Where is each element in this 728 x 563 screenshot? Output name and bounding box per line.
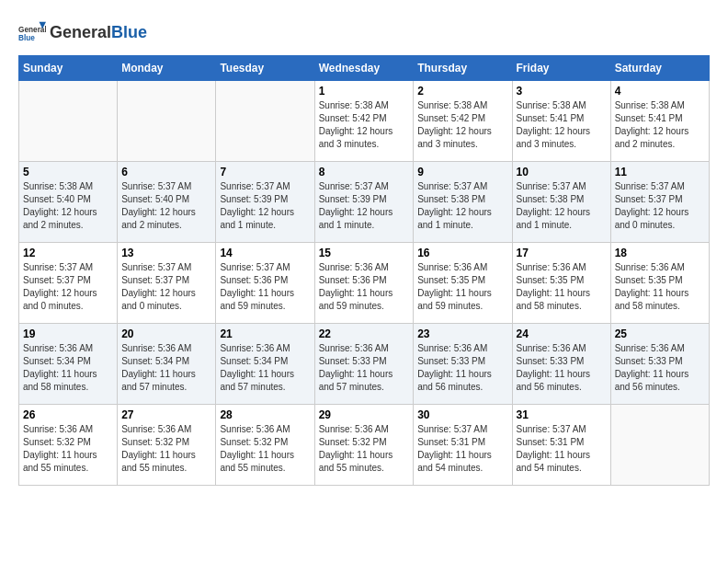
calendar-week-4: 19Sunrise: 5:36 AM Sunset: 5:34 PM Dayli… (19, 324, 710, 405)
calendar-week-3: 12Sunrise: 5:37 AM Sunset: 5:37 PM Dayli… (19, 243, 710, 324)
logo: General Blue GeneralBlue (18, 18, 147, 46)
day-number: 16 (417, 247, 507, 259)
day-number: 3 (517, 85, 607, 98)
svg-text:Blue: Blue (18, 34, 35, 42)
calendar-cell: 26Sunrise: 5:36 AM Sunset: 5:32 PM Dayli… (19, 405, 118, 486)
day-number: 23 (417, 327, 507, 340)
day-info: Sunrise: 5:37 AM Sunset: 5:37 PM Dayligh… (615, 180, 705, 232)
weekday-header-wednesday: Wednesday (314, 56, 414, 81)
day-number: 13 (121, 247, 211, 259)
day-info: Sunrise: 5:36 AM Sunset: 5:33 PM Dayligh… (615, 342, 705, 394)
day-number: 2 (417, 85, 507, 98)
calendar-cell (216, 81, 314, 162)
day-info: Sunrise: 5:38 AM Sunset: 5:42 PM Dayligh… (417, 99, 507, 151)
weekday-header-monday: Monday (118, 56, 216, 81)
day-number: 29 (319, 408, 410, 421)
calendar-header-row: SundayMondayTuesdayWednesdayThursdayFrid… (19, 56, 710, 81)
day-number: 1 (319, 85, 410, 98)
day-info: Sunrise: 5:36 AM Sunset: 5:35 PM Dayligh… (517, 261, 607, 313)
calendar-cell: 11Sunrise: 5:37 AM Sunset: 5:37 PM Dayli… (610, 162, 709, 243)
day-number: 8 (319, 166, 410, 178)
day-number: 18 (615, 247, 705, 259)
day-number: 10 (517, 166, 607, 178)
day-number: 30 (417, 408, 507, 421)
day-number: 31 (517, 408, 607, 421)
weekday-header-friday: Friday (512, 56, 610, 81)
day-number: 14 (220, 247, 310, 259)
page-header: General Blue GeneralBlue (18, 18, 710, 46)
calendar-cell (19, 81, 118, 162)
day-number: 27 (121, 408, 211, 421)
calendar-cell: 15Sunrise: 5:36 AM Sunset: 5:36 PM Dayli… (314, 243, 414, 324)
day-number: 22 (319, 327, 410, 340)
day-number: 4 (615, 85, 705, 98)
calendar-cell: 17Sunrise: 5:36 AM Sunset: 5:35 PM Dayli… (512, 243, 610, 324)
calendar-cell: 1Sunrise: 5:38 AM Sunset: 5:42 PM Daylig… (314, 81, 414, 162)
calendar-cell: 8Sunrise: 5:37 AM Sunset: 5:39 PM Daylig… (314, 162, 414, 243)
day-info: Sunrise: 5:36 AM Sunset: 5:36 PM Dayligh… (319, 261, 410, 313)
day-info: Sunrise: 5:37 AM Sunset: 5:31 PM Dayligh… (417, 423, 507, 475)
calendar-cell: 7Sunrise: 5:37 AM Sunset: 5:39 PM Daylig… (216, 162, 314, 243)
logo-general: General (50, 23, 111, 41)
day-info: Sunrise: 5:36 AM Sunset: 5:32 PM Dayligh… (220, 423, 310, 475)
calendar-cell: 19Sunrise: 5:36 AM Sunset: 5:34 PM Dayli… (19, 324, 118, 405)
day-info: Sunrise: 5:38 AM Sunset: 5:41 PM Dayligh… (615, 99, 705, 151)
day-number: 12 (23, 247, 113, 259)
calendar-cell: 18Sunrise: 5:36 AM Sunset: 5:35 PM Dayli… (610, 243, 709, 324)
day-number: 28 (220, 408, 310, 421)
day-number: 26 (23, 408, 113, 421)
day-info: Sunrise: 5:36 AM Sunset: 5:33 PM Dayligh… (417, 342, 507, 394)
calendar-cell: 22Sunrise: 5:36 AM Sunset: 5:33 PM Dayli… (314, 324, 414, 405)
day-info: Sunrise: 5:36 AM Sunset: 5:32 PM Dayligh… (23, 423, 113, 475)
calendar-cell: 14Sunrise: 5:37 AM Sunset: 5:36 PM Dayli… (216, 243, 314, 324)
day-info: Sunrise: 5:37 AM Sunset: 5:39 PM Dayligh… (319, 180, 410, 232)
calendar-cell: 20Sunrise: 5:36 AM Sunset: 5:34 PM Dayli… (118, 324, 216, 405)
day-info: Sunrise: 5:36 AM Sunset: 5:35 PM Dayligh… (417, 261, 507, 313)
calendar-cell: 12Sunrise: 5:37 AM Sunset: 5:37 PM Dayli… (19, 243, 118, 324)
day-number: 19 (23, 327, 113, 340)
day-number: 15 (319, 247, 410, 259)
calendar-cell: 2Sunrise: 5:38 AM Sunset: 5:42 PM Daylig… (414, 81, 512, 162)
weekday-header-saturday: Saturday (610, 56, 709, 81)
day-info: Sunrise: 5:37 AM Sunset: 5:37 PM Dayligh… (121, 261, 211, 313)
day-info: Sunrise: 5:37 AM Sunset: 5:37 PM Dayligh… (23, 261, 113, 313)
day-info: Sunrise: 5:38 AM Sunset: 5:40 PM Dayligh… (23, 180, 113, 232)
day-number: 20 (121, 327, 211, 340)
day-number: 9 (417, 166, 507, 178)
calendar-table: SundayMondayTuesdayWednesdayThursdayFrid… (18, 55, 710, 486)
calendar-cell: 4Sunrise: 5:38 AM Sunset: 5:41 PM Daylig… (610, 81, 709, 162)
calendar-cell: 31Sunrise: 5:37 AM Sunset: 5:31 PM Dayli… (512, 405, 610, 486)
calendar-cell (610, 405, 709, 486)
day-info: Sunrise: 5:36 AM Sunset: 5:34 PM Dayligh… (121, 342, 211, 394)
day-info: Sunrise: 5:37 AM Sunset: 5:39 PM Dayligh… (220, 180, 310, 232)
day-info: Sunrise: 5:36 AM Sunset: 5:32 PM Dayligh… (121, 423, 211, 475)
calendar-cell: 6Sunrise: 5:37 AM Sunset: 5:40 PM Daylig… (118, 162, 216, 243)
calendar-week-5: 26Sunrise: 5:36 AM Sunset: 5:32 PM Dayli… (19, 405, 710, 486)
calendar-cell: 25Sunrise: 5:36 AM Sunset: 5:33 PM Dayli… (610, 324, 709, 405)
day-info: Sunrise: 5:36 AM Sunset: 5:34 PM Dayligh… (220, 342, 310, 394)
calendar-cell (118, 81, 216, 162)
calendar-cell: 16Sunrise: 5:36 AM Sunset: 5:35 PM Dayli… (414, 243, 512, 324)
day-info: Sunrise: 5:38 AM Sunset: 5:41 PM Dayligh… (517, 99, 607, 151)
day-number: 6 (121, 166, 211, 178)
day-info: Sunrise: 5:37 AM Sunset: 5:38 PM Dayligh… (517, 180, 607, 232)
calendar-cell: 24Sunrise: 5:36 AM Sunset: 5:33 PM Dayli… (512, 324, 610, 405)
day-info: Sunrise: 5:36 AM Sunset: 5:34 PM Dayligh… (23, 342, 113, 394)
day-info: Sunrise: 5:36 AM Sunset: 5:32 PM Dayligh… (319, 423, 410, 475)
calendar-cell: 27Sunrise: 5:36 AM Sunset: 5:32 PM Dayli… (118, 405, 216, 486)
day-number: 5 (23, 166, 113, 178)
weekday-header-sunday: Sunday (19, 56, 118, 81)
weekday-header-tuesday: Tuesday (216, 56, 314, 81)
day-info: Sunrise: 5:38 AM Sunset: 5:42 PM Dayligh… (319, 99, 410, 151)
day-number: 7 (220, 166, 310, 178)
weekday-header-thursday: Thursday (414, 56, 512, 81)
logo-icon: General Blue (18, 18, 46, 46)
calendar-cell: 23Sunrise: 5:36 AM Sunset: 5:33 PM Dayli… (414, 324, 512, 405)
day-number: 21 (220, 327, 310, 340)
calendar-cell: 13Sunrise: 5:37 AM Sunset: 5:37 PM Dayli… (118, 243, 216, 324)
logo-blue: Blue (111, 23, 147, 41)
day-info: Sunrise: 5:36 AM Sunset: 5:33 PM Dayligh… (319, 342, 410, 394)
calendar-cell: 5Sunrise: 5:38 AM Sunset: 5:40 PM Daylig… (19, 162, 118, 243)
calendar-cell: 30Sunrise: 5:37 AM Sunset: 5:31 PM Dayli… (414, 405, 512, 486)
day-info: Sunrise: 5:37 AM Sunset: 5:31 PM Dayligh… (517, 423, 607, 475)
